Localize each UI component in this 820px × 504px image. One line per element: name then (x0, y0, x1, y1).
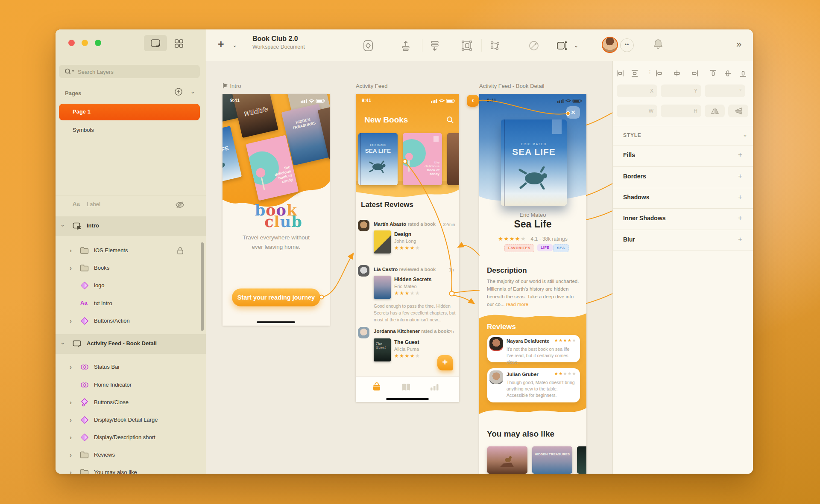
artboard-activity-feed[interactable]: 9:41 New Books ERIC MATEO SEA LIFE (356, 94, 459, 402)
align-top-icon[interactable] (709, 70, 717, 77)
collapse-panel-button[interactable]: » (736, 39, 741, 50)
chevron-right-icon[interactable]: › (70, 264, 72, 272)
chevron-right-icon[interactable]: › (70, 317, 72, 325)
sidebar-scrollbar[interactable] (201, 242, 204, 331)
style-section-header[interactable]: STYLE (623, 132, 641, 138)
layer-row-books[interactable]: › Books (56, 260, 206, 277)
layer-row-buttons-close[interactable]: › Buttons/Close (56, 394, 206, 411)
width-field[interactable]: W (617, 105, 657, 117)
fills-row[interactable]: Fills (623, 151, 635, 158)
canvas[interactable]: Intro Activity Feed Activity Feed - Book… (206, 61, 612, 474)
add-blur-button[interactable]: + (738, 235, 742, 244)
tag-favorites[interactable]: FAVORITES (504, 244, 534, 252)
scale-button[interactable] (556, 40, 568, 52)
minimize-window-button[interactable] (82, 40, 88, 46)
hidden-eye-icon[interactable] (175, 201, 184, 209)
align-bottom-icon[interactable] (739, 70, 747, 77)
also-cover-partial[interactable] (577, 446, 586, 474)
chevron-down-icon[interactable]: › (59, 343, 67, 345)
flip-vertical-button[interactable] (728, 105, 748, 117)
also-cover-hidden-treasures[interactable]: HIDDEN TREASURES (532, 446, 572, 474)
create-symbol-button[interactable] (362, 40, 374, 52)
tag-sea[interactable]: SEA (553, 244, 569, 252)
read-more-link[interactable]: read more (506, 302, 528, 307)
y-field[interactable]: Y (661, 84, 701, 97)
rotation-field[interactable]: ° (705, 84, 745, 97)
zoom-window-button[interactable] (95, 40, 101, 46)
layer-row-logo[interactable]: logo (56, 277, 206, 294)
layer-row-label[interactable]: Aa Label (56, 196, 206, 213)
close-window-button[interactable] (68, 40, 75, 46)
avatar[interactable] (602, 37, 618, 53)
layer-row-buttons-action[interactable]: › Buttons/Action (56, 313, 206, 330)
layer-row-home-indicator[interactable]: Home Indicator (56, 377, 206, 394)
prototype-back-chip[interactable]: ‹ (467, 95, 479, 107)
layer-row-intro[interactable]: › Intro (56, 216, 206, 236)
pages-collapse-chevron-icon[interactable]: ⌄ (190, 88, 195, 95)
shelf-cover-candy[interactable]: the delicious book of candy (403, 133, 442, 185)
chevron-right-icon[interactable]: › (70, 416, 72, 424)
add-page-button[interactable] (174, 87, 183, 98)
move-backward-button[interactable] (429, 40, 441, 52)
layer-row-you-may-also-like[interactable]: › You may also like (56, 464, 206, 474)
height-field[interactable]: H (661, 105, 701, 117)
artboard-label-book-detail[interactable]: Activity Feed - Book Detail (479, 83, 544, 89)
insert-chevron-icon[interactable]: ⌄ (232, 42, 237, 48)
grid-view-toggle[interactable] (174, 39, 184, 50)
layer-row-reviews[interactable]: › Reviews (56, 447, 206, 464)
layer-row-display-description-short[interactable]: › Display/Description short (56, 429, 206, 446)
align-center-horizontal-icon[interactable] (673, 70, 681, 77)
tag-life[interactable]: LIFE (537, 244, 553, 251)
shelf-cover-sea-life[interactable]: ERIC MATEO SEA LIFE (358, 133, 398, 185)
search-icon[interactable] (446, 116, 454, 124)
shadows-row[interactable]: Shadows (623, 194, 649, 201)
insert-button[interactable]: + (218, 38, 224, 50)
edit-vector-button[interactable] (489, 40, 501, 52)
shelf-cover-partial[interactable] (447, 133, 459, 185)
layer-row-activity-feed-book-detail[interactable]: › Activity Feed - Book Detail (56, 334, 206, 354)
add-border-button[interactable]: + (738, 172, 742, 181)
collaborators-more-button[interactable]: •• (620, 38, 634, 52)
layer-row-display-book-detail-large[interactable]: › Display/Book Detail Large (56, 412, 206, 429)
search-field[interactable] (59, 65, 200, 78)
add-inner-shadow-button[interactable]: + (738, 214, 742, 222)
layer-row-txt-intro[interactable]: Aa txt intro (56, 295, 206, 312)
layer-row-status-bar[interactable]: › Status Bar (56, 359, 206, 376)
add-review-fab[interactable]: + (437, 355, 453, 370)
page-item-page1[interactable]: Page 1 (59, 104, 200, 120)
add-fill-button[interactable]: + (738, 151, 742, 159)
close-button[interactable]: ✕ (566, 106, 580, 119)
align-right-icon[interactable] (691, 70, 698, 77)
canvas-view-toggle[interactable] (144, 35, 167, 51)
blur-row[interactable]: Blur (623, 236, 635, 243)
distribute-vertical-icon[interactable] (631, 70, 638, 77)
notifications-button[interactable] (653, 38, 665, 50)
detail-review-card[interactable]: Nayara Delafuente ★★★★★ It's not the bes… (487, 335, 580, 362)
tab-activity-icon[interactable] (372, 382, 381, 392)
artboard-book-detail[interactable]: 9:41 ✕ ERIC MATEO SEA LIFE Eric Ma (479, 94, 586, 474)
artboard-label-intro[interactable]: Intro (223, 82, 241, 90)
scale-chevron-icon[interactable]: ⌄ (574, 43, 578, 49)
group-button[interactable] (461, 40, 473, 52)
chevron-down-icon[interactable]: › (59, 225, 67, 227)
detail-book-cover[interactable]: ERIC MATEO SEA LIFE (501, 119, 567, 206)
borders-row[interactable]: Borders (623, 173, 646, 180)
star-rating[interactable]: ★★★★★ (394, 353, 420, 359)
align-left-icon[interactable] (656, 70, 663, 77)
chevron-right-icon[interactable]: › (70, 247, 72, 254)
inner-shadows-row[interactable]: Inner Shadows (623, 215, 666, 221)
star-rating[interactable]: ★★★★★ (394, 290, 420, 296)
start-reading-button[interactable]: Start your reading journey (232, 288, 320, 306)
chevron-right-icon[interactable]: › (70, 451, 72, 459)
flip-horizontal-button[interactable] (705, 105, 725, 117)
star-rating[interactable]: ★★★★★ (394, 245, 420, 251)
distribute-up-button[interactable] (400, 40, 412, 52)
search-input[interactable] (77, 65, 198, 79)
add-shadow-button[interactable]: + (738, 193, 742, 201)
tab-books-icon[interactable] (401, 382, 411, 392)
chevron-right-icon[interactable]: › (70, 469, 72, 474)
artboard-intro[interactable]: Wildlife HIDDEN TREASURES SEA LIFE the d… (223, 94, 330, 326)
also-cover-wildlife[interactable] (487, 446, 527, 474)
layer-row-ios-elements[interactable]: › iOS Elements (56, 242, 206, 259)
detail-review-card[interactable]: Julian Gruber ★★★★★ Though good, Mateo d… (487, 368, 580, 402)
